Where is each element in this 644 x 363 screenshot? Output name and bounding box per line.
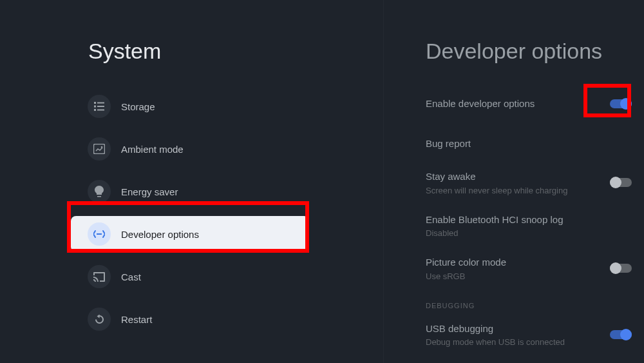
setting-subtitle: Screen will never sleep while charging bbox=[426, 186, 610, 195]
svg-rect-0 bbox=[94, 102, 96, 104]
ambient-icon bbox=[88, 137, 111, 161]
svg-rect-8 bbox=[97, 233, 102, 235]
setting-subtitle: Debug mode when USB is connected bbox=[426, 337, 610, 347]
nav-item-developer[interactable]: Developer options bbox=[71, 216, 309, 252]
nav-label: Developer options bbox=[121, 229, 199, 240]
svg-rect-1 bbox=[97, 103, 104, 104]
nav-label: Ambient mode bbox=[121, 144, 184, 155]
svg-rect-5 bbox=[97, 110, 104, 111]
setting-subtitle: Use sRGB bbox=[426, 271, 610, 281]
setting-title: Enable developer options bbox=[426, 97, 610, 110]
nav-item-ambient[interactable]: Ambient mode bbox=[71, 128, 309, 170]
page-title-system: System bbox=[88, 39, 161, 64]
nav-item-energy[interactable]: Energy saver bbox=[71, 170, 309, 213]
page-title-developer: Developer options bbox=[426, 39, 602, 64]
nav-label: Restart bbox=[121, 314, 152, 325]
setting-stay-awake[interactable]: Stay awake Screen will never sleep while… bbox=[426, 161, 632, 204]
svg-rect-4 bbox=[94, 109, 96, 111]
setting-title: USB debugging bbox=[426, 322, 610, 335]
setting-picture-color[interactable]: Picture color mode Use sRGB bbox=[426, 247, 632, 290]
setting-enable-developer[interactable]: Enable developer options bbox=[426, 88, 632, 119]
svg-rect-3 bbox=[97, 106, 104, 107]
svg-point-7 bbox=[101, 146, 103, 148]
toggle-usb-debugging[interactable] bbox=[610, 329, 632, 340]
setting-subtitle: Disabled bbox=[426, 228, 632, 238]
developer-options-panel: Developer options Enable developer optio… bbox=[383, 0, 644, 363]
cast-icon bbox=[88, 265, 111, 288]
nav-label: Storage bbox=[121, 101, 155, 112]
nav-item-restart[interactable]: Restart bbox=[71, 298, 309, 340]
system-panel: System Storage Ambient mode Energy saver… bbox=[0, 0, 383, 363]
setting-title: Enable Bluetooth HCI snoop log bbox=[426, 213, 632, 226]
developer-icon bbox=[88, 222, 111, 246]
developer-settings-list: Enable developer options Bug report Stay… bbox=[426, 88, 632, 356]
bulb-icon bbox=[88, 180, 111, 203]
system-nav-list: Storage Ambient mode Energy saver Develo… bbox=[71, 85, 309, 340]
toggle-stay-awake[interactable] bbox=[610, 177, 632, 188]
setting-title: Picture color mode bbox=[426, 256, 610, 269]
nav-label: Energy saver bbox=[121, 186, 178, 197]
toggle-enable-developer[interactable] bbox=[610, 98, 632, 110]
toggle-picture-color[interactable] bbox=[610, 262, 632, 274]
nav-item-storage[interactable]: Storage bbox=[71, 85, 309, 128]
svg-rect-2 bbox=[94, 106, 96, 108]
setting-title: Bug report bbox=[426, 137, 632, 150]
list-icon bbox=[88, 95, 111, 118]
setting-bluetooth-hci[interactable]: Enable Bluetooth HCI snoop log Disabled bbox=[426, 204, 632, 248]
nav-item-cast[interactable]: Cast bbox=[71, 255, 309, 298]
restart-icon bbox=[88, 308, 111, 331]
svg-rect-6 bbox=[94, 144, 105, 154]
section-header-debugging: DEBUGGING bbox=[426, 290, 632, 313]
setting-bug-report[interactable]: Bug report bbox=[426, 119, 632, 162]
setting-title: Stay awake bbox=[426, 170, 610, 183]
nav-label: Cast bbox=[121, 271, 141, 282]
setting-usb-debugging[interactable]: USB debugging Debug mode when USB is con… bbox=[426, 313, 632, 357]
